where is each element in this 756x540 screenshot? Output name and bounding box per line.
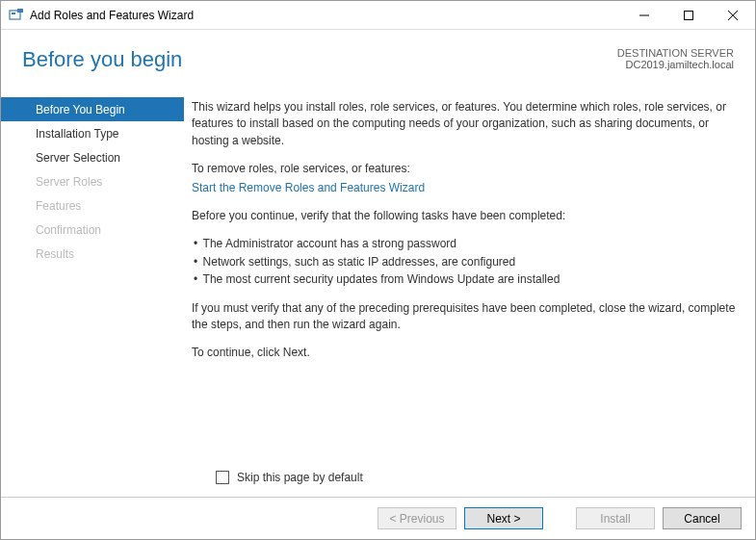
nav-installation-type[interactable]: Installation Type [1, 121, 184, 145]
nav-server-selection[interactable]: Server Selection [1, 145, 184, 169]
prereq-item: The Administrator account has a strong p… [194, 236, 738, 252]
prereq-item: The most current security updates from W… [194, 271, 738, 288]
window-title: Add Roles and Features Wizard [30, 9, 194, 22]
nav-results: Results [1, 242, 184, 266]
remove-wizard-link[interactable]: Start the Remove Roles and Features Wiza… [192, 181, 425, 194]
remove-label: To remove roles, role services, or featu… [192, 161, 738, 177]
skip-page-row: Skip this page by default [208, 470, 363, 486]
maximize-button[interactable] [666, 1, 711, 30]
nav-server-roles: Server Roles [1, 169, 184, 193]
minimize-button[interactable] [622, 1, 666, 30]
page-title: Before you begin [22, 47, 182, 72]
server-manager-icon [9, 8, 24, 23]
prereq-item: Network settings, such as static IP addr… [194, 254, 738, 270]
verify-note: If you must verify that any of the prece… [192, 300, 738, 334]
install-button: Install [576, 507, 655, 529]
wizard-content: This wizard helps you install roles, rol… [184, 84, 755, 497]
svg-rect-4 [685, 11, 693, 19]
wizard-body: Before You Begin Installation Type Serve… [1, 84, 755, 497]
verify-intro: Before you continue, verify that the fol… [192, 208, 738, 224]
skip-label: Skip this page by default [237, 470, 363, 486]
nav-confirmation: Confirmation [1, 218, 184, 242]
destination-label: DESTINATION SERVER [617, 47, 734, 59]
svg-rect-1 [12, 13, 15, 14]
continue-note: To continue, click Next. [192, 345, 738, 361]
nav-sidebar: Before You Begin Installation Type Serve… [1, 84, 184, 497]
cancel-button[interactable]: Cancel [663, 507, 742, 529]
skip-checkbox[interactable] [216, 471, 229, 484]
next-button[interactable]: Next > [464, 507, 543, 529]
intro-text: This wizard helps you install roles, rol… [192, 99, 738, 149]
destination-value: DC2019.jamiltech.local [617, 59, 734, 70]
nav-before-you-begin[interactable]: Before You Begin [1, 97, 184, 121]
nav-features: Features [1, 193, 184, 218]
wizard-footer: < Previous Next > Install Cancel [1, 497, 755, 539]
prereq-list: The Administrator account has a strong p… [194, 236, 738, 288]
close-button[interactable] [711, 1, 755, 30]
previous-button: < Previous [378, 507, 456, 529]
titlebar: Add Roles and Features Wizard [1, 1, 755, 30]
svg-rect-2 [17, 9, 23, 13]
destination-server: DESTINATION SERVER DC2019.jamiltech.loca… [617, 47, 734, 70]
wizard-header: Before you begin DESTINATION SERVER DC20… [1, 30, 755, 84]
